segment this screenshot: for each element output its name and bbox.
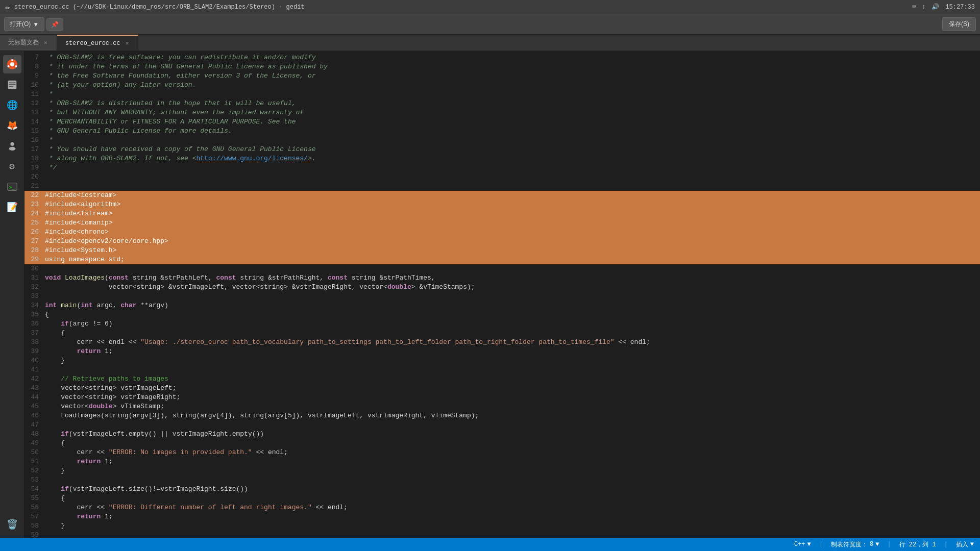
code-line: 53	[24, 475, 980, 485]
code-line: 36 if(argc != 6)	[24, 319, 980, 329]
code-line: 24 #include<fstream>	[24, 209, 980, 218]
code-line: 37 {	[24, 329, 980, 338]
code-line: 58 }	[24, 521, 980, 531]
sidebar-icon-files[interactable]	[3, 76, 21, 94]
sidebar: 🌐 🦊 ⚙️ >_ 📝 🗑️	[0, 51, 24, 538]
sidebar-icon-contacts[interactable]	[3, 137, 21, 155]
editor[interactable]: 7 * ORB-SLAM2 is free software: you can …	[24, 51, 980, 538]
code-line: 49 {	[24, 439, 980, 448]
code-line: 21	[24, 182, 980, 191]
pin-button[interactable]: 📌	[46, 18, 63, 31]
code-line: 52 }	[24, 466, 980, 475]
code-line: 33	[24, 292, 980, 301]
code-line: 56 cerr << "ERROR: Different number of l…	[24, 503, 980, 512]
sound-icon: 🔊	[932, 3, 939, 11]
code-line: 28 #include<System.h>	[24, 246, 980, 255]
code-line: 8 * it under the terms of the GNU Genera…	[24, 62, 980, 71]
code-line: 50 cerr << "ERROR: No images in provided…	[24, 448, 980, 457]
toolbar: 打开(O) ▼ 📌 保存(S)	[0, 14, 980, 35]
svg-rect-8	[9, 86, 13, 87]
tab-stereo-euroc-close[interactable]: ✕	[125, 40, 130, 46]
svg-point-10	[9, 147, 15, 151]
sidebar-icon-ubuntu[interactable]	[3, 55, 21, 73]
code-line: 14 * MERCHANTABILITY or FITNESS FOR A PA…	[24, 117, 980, 127]
code-line: 15 * GNU General Public License for more…	[24, 127, 980, 136]
code-line: 32 vector<string> &vstrImageLeft, vector…	[24, 283, 980, 292]
sidebar-icon-terminal[interactable]: >_	[3, 178, 21, 196]
statusbar: C++ ▼ | 制表符宽度： 8 ▼ | 行 22，列 1 | 插入 ▼	[0, 538, 980, 551]
code-line: 27 #include<opencv2/core/core.hpp>	[24, 237, 980, 246]
titlebar-title: stereo_euroc.cc (~//u/SDK-Linux/demo_ros…	[14, 4, 305, 11]
main-area: 🌐 🦊 ⚙️ >_ 📝 🗑️ 7 * ORB-SLAM2 is free sof…	[0, 51, 980, 538]
code-line: 7 * ORB-SLAM2 is free software: you can …	[24, 53, 980, 62]
chevron-down-icon: ▼	[875, 541, 879, 548]
code-line: 22 #include<iostream>	[24, 191, 980, 200]
sidebar-icon-firefox[interactable]: 🦊	[3, 116, 21, 135]
status-insert-mode[interactable]: 插入 ▼	[956, 540, 974, 549]
code-line: 29 using namespace std;	[24, 255, 980, 264]
svg-point-9	[10, 142, 14, 146]
tab-stereo-euroc-label: stereo_euroc.cc	[65, 40, 120, 47]
status-tab-width[interactable]: 制表符宽度： 8 ▼	[831, 540, 879, 549]
chevron-down-icon: ▼	[970, 541, 974, 548]
code-line: 25 #include<iomanip>	[24, 218, 980, 228]
svg-text:>_: >_	[9, 184, 15, 190]
code-line: 10 * (at your option) any later version.	[24, 81, 980, 90]
code-line: 11 *	[24, 90, 980, 99]
code-line: 42 // Retrieve paths to images	[24, 374, 980, 384]
code-line: 17 * You should have received a copy of …	[24, 145, 980, 154]
code-line: 48 if(vstrImageLeft.empty() || vstrImage…	[24, 430, 980, 439]
code-line: 19 */	[24, 163, 980, 172]
code-line: 13 * but WITHOUT ANY WARRANTY; without e…	[24, 108, 980, 117]
dropdown-arrow: ▼	[33, 21, 39, 28]
keyboard-icon: ⌨	[912, 3, 916, 11]
code-line: 31 void LoadImages(const string &strPath…	[24, 273, 980, 283]
tab-untitled[interactable]: 无标题文档 ✕	[0, 35, 57, 51]
code-line: 16 *	[24, 136, 980, 145]
code-line: 23 #include<algorithm>	[24, 200, 980, 209]
code-line: 26 #include<chrono>	[24, 228, 980, 237]
network-icon: ↕	[922, 4, 925, 11]
svg-point-4	[7, 65, 9, 67]
code-line: 54 if(vstrImageLeft.size()!=vstrImageRig…	[24, 485, 980, 494]
sidebar-icon-trash[interactable]: 🗑️	[3, 515, 21, 534]
titlebar-left: ✏️ stereo_euroc.cc (~//u/SDK-Linux/demo_…	[5, 2, 305, 12]
titlebar-right: ⌨ ↕ 🔊 15:27:33	[912, 3, 975, 11]
save-button[interactable]: 保存(S)	[942, 17, 976, 31]
svg-rect-7	[9, 84, 15, 85]
svg-point-3	[15, 65, 17, 67]
code-line: 55 {	[24, 494, 980, 503]
svg-rect-6	[9, 82, 15, 83]
code-line: 41	[24, 365, 980, 374]
code-line: 51 return 1;	[24, 457, 980, 466]
status-language[interactable]: C++ ▼	[794, 541, 811, 548]
tab-untitled-close[interactable]: ✕	[43, 39, 48, 46]
sidebar-icon-settings[interactable]: ⚙️	[3, 157, 21, 176]
open-button[interactable]: 打开(O) ▼	[4, 17, 44, 31]
tab-bar: 无标题文档 ✕ stereo_euroc.cc ✕	[0, 35, 980, 51]
code-line: 59	[24, 531, 980, 538]
code-line: 35 {	[24, 310, 980, 319]
sidebar-icon-notepad[interactable]: 📝	[3, 198, 21, 216]
code-line: 44 vector<string> vstrImageRight;	[24, 393, 980, 402]
code-line: 12 * ORB-SLAM2 is distributed in the hop…	[24, 99, 980, 108]
code-line: 40 }	[24, 356, 980, 365]
svg-point-1	[10, 62, 14, 66]
code-line: 38 cerr << endl << "Usage: ./stereo_euro…	[24, 338, 980, 347]
status-line-col: 行 22，列 1	[899, 540, 936, 549]
tab-untitled-label: 无标题文档	[8, 38, 39, 47]
code-line: 20	[24, 172, 980, 182]
code-line: 57 return 1;	[24, 512, 980, 521]
sidebar-icon-browser[interactable]: 🌐	[3, 96, 21, 114]
open-label: 打开(O)	[10, 20, 31, 29]
code-line: 47	[24, 420, 980, 430]
code-line: 39 return 1;	[24, 347, 980, 356]
svg-point-2	[11, 59, 13, 61]
code-line: 18 * along with ORB-SLAM2. If not, see <…	[24, 154, 980, 163]
code-line: 9 * the Free Software Foundation, either…	[24, 71, 980, 81]
app-icon: ✏️	[5, 2, 10, 12]
editor-container[interactable]: 7 * ORB-SLAM2 is free software: you can …	[24, 51, 980, 538]
tab-stereo-euroc[interactable]: stereo_euroc.cc ✕	[57, 35, 139, 51]
code-line: 45 vector<double> vTimeStamp;	[24, 402, 980, 411]
code-line: 46 LoadImages(string(argv[3]), string(ar…	[24, 411, 980, 420]
